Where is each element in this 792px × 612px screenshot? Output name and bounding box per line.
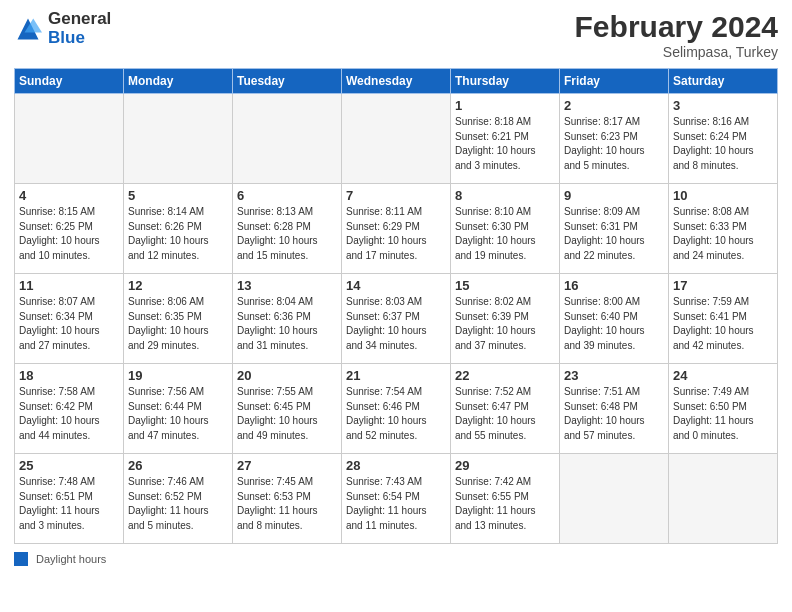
day-number: 28 [346,458,446,473]
day-number: 19 [128,368,228,383]
logo-icon [14,15,42,43]
calendar-day-cell: 10Sunrise: 8:08 AM Sunset: 6:33 PM Dayli… [669,184,778,274]
calendar-day-cell: 22Sunrise: 7:52 AM Sunset: 6:47 PM Dayli… [451,364,560,454]
day-info: Sunrise: 8:02 AM Sunset: 6:39 PM Dayligh… [455,295,555,353]
day-info: Sunrise: 7:42 AM Sunset: 6:55 PM Dayligh… [455,475,555,533]
calendar-week-row: 18Sunrise: 7:58 AM Sunset: 6:42 PM Dayli… [15,364,778,454]
day-of-week-header: Tuesday [233,69,342,94]
calendar-day-cell: 4Sunrise: 8:15 AM Sunset: 6:25 PM Daylig… [15,184,124,274]
calendar-week-row: 11Sunrise: 8:07 AM Sunset: 6:34 PM Dayli… [15,274,778,364]
day-info: Sunrise: 7:45 AM Sunset: 6:53 PM Dayligh… [237,475,337,533]
day-info: Sunrise: 8:04 AM Sunset: 6:36 PM Dayligh… [237,295,337,353]
calendar-week-row: 25Sunrise: 7:48 AM Sunset: 6:51 PM Dayli… [15,454,778,544]
day-number: 24 [673,368,773,383]
logo: General Blue [14,10,111,47]
day-number: 27 [237,458,337,473]
day-number: 17 [673,278,773,293]
calendar-day-cell: 17Sunrise: 7:59 AM Sunset: 6:41 PM Dayli… [669,274,778,364]
day-number: 26 [128,458,228,473]
calendar-week-row: 4Sunrise: 8:15 AM Sunset: 6:25 PM Daylig… [15,184,778,274]
calendar-day-cell: 23Sunrise: 7:51 AM Sunset: 6:48 PM Dayli… [560,364,669,454]
day-number: 5 [128,188,228,203]
calendar-day-cell [233,94,342,184]
day-info: Sunrise: 7:51 AM Sunset: 6:48 PM Dayligh… [564,385,664,443]
calendar-day-cell: 1Sunrise: 8:18 AM Sunset: 6:21 PM Daylig… [451,94,560,184]
day-number: 25 [19,458,119,473]
day-info: Sunrise: 8:13 AM Sunset: 6:28 PM Dayligh… [237,205,337,263]
day-info: Sunrise: 8:14 AM Sunset: 6:26 PM Dayligh… [128,205,228,263]
day-info: Sunrise: 7:54 AM Sunset: 6:46 PM Dayligh… [346,385,446,443]
calendar-week-row: 1Sunrise: 8:18 AM Sunset: 6:21 PM Daylig… [15,94,778,184]
day-number: 6 [237,188,337,203]
day-info: Sunrise: 8:11 AM Sunset: 6:29 PM Dayligh… [346,205,446,263]
day-number: 14 [346,278,446,293]
day-of-week-header: Saturday [669,69,778,94]
day-of-week-header: Friday [560,69,669,94]
calendar-day-cell: 27Sunrise: 7:45 AM Sunset: 6:53 PM Dayli… [233,454,342,544]
calendar-day-cell: 7Sunrise: 8:11 AM Sunset: 6:29 PM Daylig… [342,184,451,274]
calendar-day-cell: 26Sunrise: 7:46 AM Sunset: 6:52 PM Dayli… [124,454,233,544]
day-number: 7 [346,188,446,203]
calendar-day-cell: 19Sunrise: 7:56 AM Sunset: 6:44 PM Dayli… [124,364,233,454]
calendar-day-cell: 24Sunrise: 7:49 AM Sunset: 6:50 PM Dayli… [669,364,778,454]
day-number: 22 [455,368,555,383]
calendar-day-cell: 21Sunrise: 7:54 AM Sunset: 6:46 PM Dayli… [342,364,451,454]
day-number: 3 [673,98,773,113]
day-number: 29 [455,458,555,473]
legend: Daylight hours [14,552,778,566]
day-info: Sunrise: 8:18 AM Sunset: 6:21 PM Dayligh… [455,115,555,173]
calendar-day-cell: 11Sunrise: 8:07 AM Sunset: 6:34 PM Dayli… [15,274,124,364]
logo-blue-label: Blue [48,29,111,48]
day-info: Sunrise: 7:48 AM Sunset: 6:51 PM Dayligh… [19,475,119,533]
title-block: February 2024 Selimpasa, Turkey [575,10,778,60]
day-info: Sunrise: 8:08 AM Sunset: 6:33 PM Dayligh… [673,205,773,263]
day-number: 15 [455,278,555,293]
day-number: 16 [564,278,664,293]
day-number: 12 [128,278,228,293]
calendar-day-cell [15,94,124,184]
day-info: Sunrise: 8:09 AM Sunset: 6:31 PM Dayligh… [564,205,664,263]
day-number: 18 [19,368,119,383]
calendar-day-cell: 25Sunrise: 7:48 AM Sunset: 6:51 PM Dayli… [15,454,124,544]
calendar-day-cell: 12Sunrise: 8:06 AM Sunset: 6:35 PM Dayli… [124,274,233,364]
day-of-week-header: Sunday [15,69,124,94]
calendar-location: Selimpasa, Turkey [575,44,778,60]
calendar-day-cell [669,454,778,544]
day-info: Sunrise: 7:49 AM Sunset: 6:50 PM Dayligh… [673,385,773,443]
calendar-day-cell: 18Sunrise: 7:58 AM Sunset: 6:42 PM Dayli… [15,364,124,454]
day-of-week-header: Wednesday [342,69,451,94]
day-number: 8 [455,188,555,203]
day-of-week-header: Monday [124,69,233,94]
day-number: 13 [237,278,337,293]
day-of-week-header: Thursday [451,69,560,94]
calendar-table: SundayMondayTuesdayWednesdayThursdayFrid… [14,68,778,544]
day-info: Sunrise: 8:03 AM Sunset: 6:37 PM Dayligh… [346,295,446,353]
calendar-header-row: SundayMondayTuesdayWednesdayThursdayFrid… [15,69,778,94]
day-number: 21 [346,368,446,383]
day-info: Sunrise: 8:15 AM Sunset: 6:25 PM Dayligh… [19,205,119,263]
day-info: Sunrise: 7:46 AM Sunset: 6:52 PM Dayligh… [128,475,228,533]
calendar-day-cell: 2Sunrise: 8:17 AM Sunset: 6:23 PM Daylig… [560,94,669,184]
day-info: Sunrise: 8:00 AM Sunset: 6:40 PM Dayligh… [564,295,664,353]
calendar-title: February 2024 [575,10,778,44]
calendar-day-cell: 16Sunrise: 8:00 AM Sunset: 6:40 PM Dayli… [560,274,669,364]
logo-text: General Blue [48,10,111,47]
day-info: Sunrise: 7:52 AM Sunset: 6:47 PM Dayligh… [455,385,555,443]
legend-label: Daylight hours [36,553,106,565]
day-info: Sunrise: 8:10 AM Sunset: 6:30 PM Dayligh… [455,205,555,263]
day-info: Sunrise: 7:59 AM Sunset: 6:41 PM Dayligh… [673,295,773,353]
day-number: 23 [564,368,664,383]
day-info: Sunrise: 8:17 AM Sunset: 6:23 PM Dayligh… [564,115,664,173]
day-info: Sunrise: 7:58 AM Sunset: 6:42 PM Dayligh… [19,385,119,443]
calendar-day-cell: 13Sunrise: 8:04 AM Sunset: 6:36 PM Dayli… [233,274,342,364]
calendar-day-cell: 15Sunrise: 8:02 AM Sunset: 6:39 PM Dayli… [451,274,560,364]
calendar-day-cell: 6Sunrise: 8:13 AM Sunset: 6:28 PM Daylig… [233,184,342,274]
day-info: Sunrise: 8:07 AM Sunset: 6:34 PM Dayligh… [19,295,119,353]
logo-general-label: General [48,10,111,29]
day-number: 2 [564,98,664,113]
day-info: Sunrise: 7:56 AM Sunset: 6:44 PM Dayligh… [128,385,228,443]
day-info: Sunrise: 8:06 AM Sunset: 6:35 PM Dayligh… [128,295,228,353]
calendar-day-cell: 9Sunrise: 8:09 AM Sunset: 6:31 PM Daylig… [560,184,669,274]
day-number: 11 [19,278,119,293]
calendar-day-cell: 28Sunrise: 7:43 AM Sunset: 6:54 PM Dayli… [342,454,451,544]
